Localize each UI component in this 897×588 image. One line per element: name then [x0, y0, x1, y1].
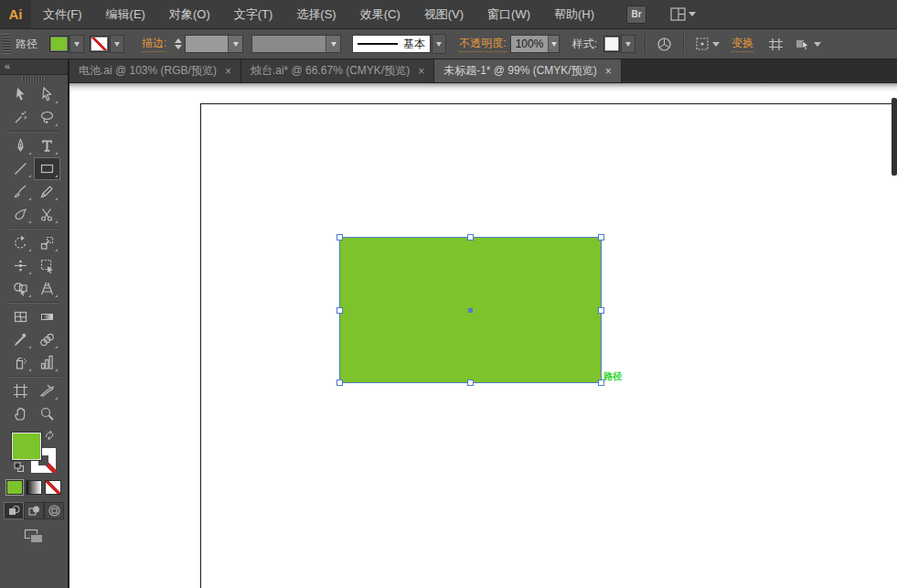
menu-window[interactable]: 窗口(W) [475, 0, 542, 28]
tab-title: 电池.ai @ 103% (RGB/预览) [79, 63, 217, 79]
selection-handle-n[interactable] [467, 234, 474, 241]
close-icon[interactable]: × [225, 65, 231, 78]
tool-magic-wand[interactable] [7, 106, 34, 129]
none-button[interactable] [45, 480, 61, 495]
panel-drag-grip[interactable] [0, 75, 68, 83]
draw-inside-button[interactable] [44, 502, 64, 519]
default-fill-stroke-icon[interactable] [14, 462, 25, 473]
menu-select[interactable]: 选择(S) [284, 0, 347, 28]
workspace-switcher[interactable] [670, 7, 696, 21]
tool-line-segment[interactable] [7, 157, 34, 180]
menu-type[interactable]: 文字(T) [222, 0, 285, 28]
tool-gradient[interactable] [34, 305, 60, 328]
fill-indicator[interactable] [12, 433, 41, 460]
menu-effect[interactable]: 效果(C) [348, 0, 412, 28]
tool-width[interactable] [7, 254, 34, 277]
selection-handle-ne[interactable] [598, 234, 604, 241]
brush-definition-dropdown[interactable] [432, 34, 446, 54]
screen-mode-button[interactable] [0, 529, 68, 544]
draw-normal-button[interactable] [4, 502, 24, 519]
style-swatch[interactable] [603, 36, 620, 52]
tool-blend[interactable] [34, 328, 60, 351]
stroke-weight-dropdown[interactable] [228, 36, 242, 52]
stroke-weight-stepper[interactable] [175, 38, 182, 49]
menu-help[interactable]: 帮助(H) [542, 0, 606, 28]
menu-view[interactable]: 视图(V) [412, 0, 475, 28]
selection-handle-nw[interactable] [336, 234, 343, 241]
menu-object[interactable]: 对象(O) [157, 0, 222, 28]
fill-color-dropdown[interactable] [69, 35, 84, 53]
tool-rotate[interactable] [7, 231, 34, 254]
stroke-none-swatch[interactable] [90, 36, 109, 52]
stepper-up-icon[interactable] [175, 38, 182, 43]
tool-eyedropper[interactable] [7, 328, 34, 351]
document-tab[interactable]: 烛台.ai* @ 66.67% (CMYK/预览) × [241, 59, 434, 82]
fill-stroke-indicator[interactable] [12, 431, 56, 473]
tool-hand[interactable] [7, 402, 34, 425]
tool-zoom[interactable] [34, 402, 60, 425]
tool-selection[interactable] [7, 83, 34, 106]
gradient-button[interactable] [26, 480, 42, 495]
stroke-color-control[interactable] [90, 35, 124, 53]
tool-rectangle[interactable] [34, 157, 60, 180]
tool-symbol-sprayer[interactable] [7, 351, 34, 374]
select-similar-icon[interactable] [796, 37, 821, 51]
draw-behind-button[interactable] [24, 502, 44, 519]
vertical-scrollbar-thumb[interactable] [892, 98, 897, 176]
selection-handle-s[interactable] [467, 380, 474, 386]
tool-mesh[interactable] [7, 305, 34, 328]
tool-lasso[interactable] [34, 106, 60, 129]
tool-paintbrush[interactable] [7, 180, 34, 203]
opacity-combo[interactable]: 100% [510, 35, 560, 53]
style-dropdown[interactable] [621, 35, 635, 53]
stroke-panel-link[interactable]: 描边: [142, 36, 166, 52]
panel-grip[interactable] [2, 34, 10, 54]
tool-perspective-grid[interactable] [34, 277, 60, 300]
canvas[interactable]: 路径 [69, 83, 897, 588]
stepper-down-icon[interactable] [175, 45, 182, 49]
tool-free-transform[interactable] [34, 254, 60, 277]
tool-pencil[interactable] [34, 180, 60, 203]
swap-fill-stroke-icon[interactable] [45, 431, 55, 440]
width-profile-dropdown[interactable] [326, 36, 340, 52]
close-icon[interactable]: × [605, 65, 612, 78]
tool-blob-brush[interactable] [7, 203, 34, 226]
isolate-object-icon[interactable] [768, 37, 784, 51]
tool-direct-selection[interactable] [34, 83, 60, 106]
bridge-button[interactable]: Br [626, 5, 646, 24]
close-icon[interactable]: × [418, 65, 424, 78]
artboard-top-edge [200, 103, 897, 104]
width-profile-combo[interactable] [251, 35, 341, 53]
menu-file[interactable]: 文件(F) [31, 0, 94, 28]
tool-shape-builder[interactable] [7, 277, 34, 300]
transform-panel-link[interactable]: 变换 [731, 36, 753, 52]
chevron-down-icon [74, 42, 80, 47]
stroke-color-dropdown[interactable] [110, 35, 124, 53]
selection-center-point[interactable] [468, 308, 473, 313]
stroke-weight-combo[interactable] [185, 35, 243, 53]
brush-definition-combo[interactable]: 基本 [352, 35, 431, 53]
tool-column-graph[interactable] [34, 351, 60, 374]
tool-slice[interactable] [34, 380, 60, 402]
tool-scissors[interactable] [34, 203, 60, 226]
color-button[interactable] [6, 480, 23, 495]
selected-rectangle[interactable] [340, 238, 601, 382]
tool-artboard[interactable] [7, 380, 34, 402]
opacity-panel-link[interactable]: 不透明度: [459, 36, 506, 52]
recolor-artwork-icon[interactable] [657, 37, 672, 52]
menu-edit[interactable]: 编辑(E) [94, 0, 157, 28]
panel-collapse-button[interactable]: « [0, 59, 68, 75]
fill-color-control[interactable] [49, 35, 84, 53]
fill-color-swatch[interactable] [49, 36, 69, 52]
tool-type[interactable] [34, 134, 60, 157]
tool-pen[interactable] [7, 134, 34, 157]
style-control[interactable] [603, 35, 635, 53]
selection-handle-sw[interactable] [336, 380, 343, 386]
align-options-icon[interactable] [695, 37, 720, 51]
tool-scale[interactable] [34, 231, 60, 254]
selection-handle-w[interactable] [336, 307, 343, 314]
document-tab-active[interactable]: 未标题-1* @ 99% (CMYK/预览) × [434, 59, 622, 82]
opacity-dropdown[interactable] [548, 36, 558, 52]
document-tab[interactable]: 电池.ai @ 103% (RGB/预览) × [69, 59, 241, 82]
selection-handle-e[interactable] [598, 307, 604, 314]
